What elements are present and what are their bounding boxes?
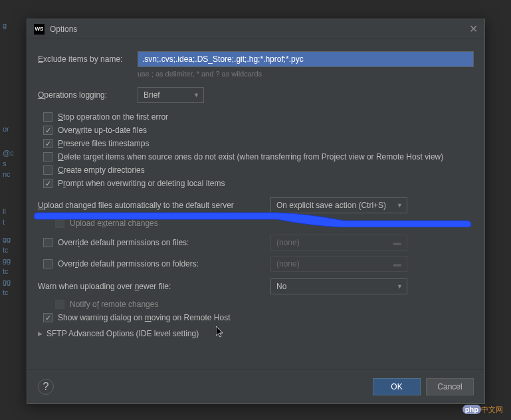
files-permissions-input: (none)▬ (270, 235, 407, 251)
warn-newer-label: Warn when uploading over newer file: (38, 282, 270, 291)
chevron-down-icon: ▼ (397, 202, 403, 209)
stop-on-error-label: Stop operation on the first error (58, 112, 168, 122)
folders-permissions-input: (none)▬ (270, 256, 407, 272)
upload-external-checkbox[interactable]: Upload external changes (38, 219, 474, 228)
override-folders-checkbox[interactable]: Override default permissions on folders: (38, 259, 199, 268)
delete-target-checkbox[interactable]: Delete target items when source ones do … (38, 152, 474, 161)
exclude-input[interactable] (138, 51, 474, 67)
window-title: Options (50, 25, 77, 34)
help-button[interactable]: ? (38, 379, 54, 395)
chevron-down-icon: ▼ (397, 283, 403, 290)
triangle-right-icon: ▶ (38, 330, 43, 337)
ok-button[interactable]: OK (373, 378, 421, 395)
operations-logging-select[interactable]: Brief▼ (138, 87, 204, 103)
overwrite-checkbox[interactable]: Overwrite up-to-date files (38, 126, 474, 135)
delete-target-label: Delete target items when source ones do … (58, 152, 443, 161)
app-icon: WS (34, 24, 45, 35)
folder-icon: ▬ (393, 259, 401, 268)
override-files-label: Override default permissions on files: (58, 238, 189, 247)
cancel-button[interactable]: Cancel (426, 378, 474, 395)
close-icon[interactable]: ✕ (469, 23, 478, 35)
notify-remote-checkbox[interactable]: Notify of remote changes (38, 300, 474, 309)
options-dialog: WS Options ✕ Exclude items by name: use … (27, 19, 485, 404)
operations-logging-label: Operations logging: (38, 90, 138, 100)
exclude-helper: use ; as delimiter, * and ? as wildcards (138, 70, 474, 78)
chevron-down-icon: ▼ (193, 92, 199, 98)
notify-remote-label: Notify of remote changes (70, 300, 158, 309)
warn-newer-select[interactable]: No▼ (270, 278, 407, 294)
watermark: php中文网 (462, 405, 503, 415)
override-files-checkbox[interactable]: Override default permissions on files: (38, 238, 189, 247)
create-empty-label: Create empty directories (58, 165, 145, 175)
override-folders-label: Override default permissions on folders: (58, 259, 199, 268)
preserve-label: Preserve files timestamps (58, 139, 149, 148)
dialog-content: Exclude items by name: use ; as delimite… (27, 39, 484, 338)
show-warning-label: Show warning dialog on moving on Remote … (58, 313, 231, 322)
prompt-label: Prompt when overwriting or deleting loca… (58, 179, 225, 188)
upload-external-label: Upload external changes (70, 219, 158, 228)
folder-icon: ▬ (393, 238, 401, 247)
titlebar: WS Options ✕ (27, 19, 484, 39)
create-empty-checkbox[interactable]: Create empty directories (38, 165, 474, 175)
preserve-checkbox[interactable]: Preserve files timestamps (38, 139, 474, 148)
upload-changed-label: Upload changed files automatically to th… (38, 201, 270, 210)
dialog-footer: ? OK Cancel (27, 369, 484, 403)
upload-changed-select[interactable]: On explicit save action (Ctrl+S)▼ (270, 197, 407, 213)
stop-on-error-checkbox[interactable]: Stop operation on the first error (38, 112, 474, 122)
prompt-checkbox[interactable]: Prompt when overwriting or deleting loca… (38, 179, 474, 188)
background-sidebar: gor@csnc lltggtc ggtcggtc (0, 0, 27, 420)
show-warning-checkbox[interactable]: Show warning dialog on moving on Remote … (38, 313, 474, 322)
sftp-advanced-expander[interactable]: ▶ SFTP Advanced Options (IDE level setti… (38, 329, 474, 338)
overwrite-label: Overwrite up-to-date files (58, 126, 147, 135)
exclude-label: Exclude items by name: (38, 54, 138, 64)
